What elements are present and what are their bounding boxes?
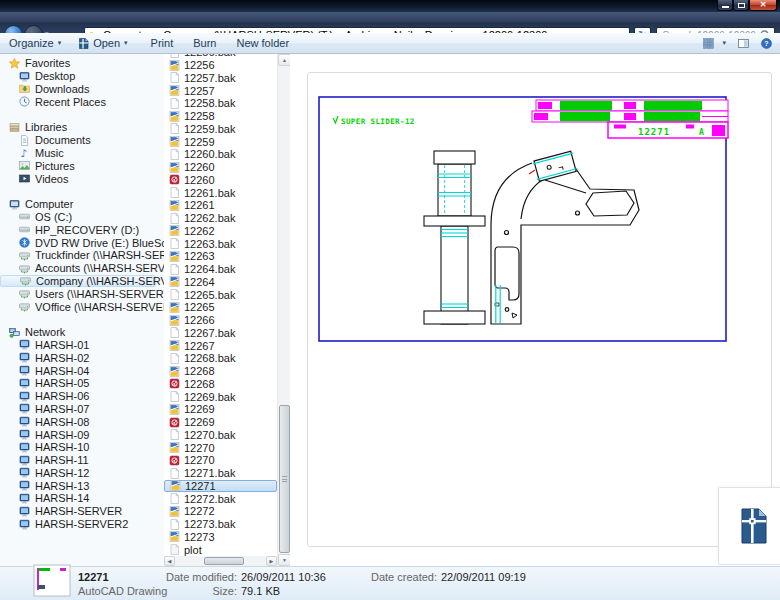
sidebar-item-voffice-harsh-server-v[interactable]: VOffice (\\HARSH-SERVER) (V:) xyxy=(0,300,164,313)
sidebar-item-label: HARSH-SERVER2 xyxy=(35,518,128,530)
libraries-icon xyxy=(9,122,20,133)
chevron-down-icon: ▾ xyxy=(58,39,62,47)
sidebar-item-harsh-09[interactable]: HARSH-09 xyxy=(0,428,164,441)
sidebar-item-harsh-07[interactable]: HARSH-07 xyxy=(0,403,164,416)
file-item-12270[interactable]: 12270 xyxy=(164,441,277,454)
file-item-12257-bak[interactable]: 12257.bak xyxy=(164,72,277,85)
sidebar-item-harsh-14[interactable]: HARSH-14 xyxy=(0,492,164,505)
sidebar-item-harsh-05[interactable]: HARSH-05 xyxy=(0,377,164,390)
file-item-12264[interactable]: 12264 xyxy=(164,276,277,289)
cad-part-bracket xyxy=(491,163,639,324)
file-item-12261[interactable]: 12261 xyxy=(164,199,277,212)
change-view-button[interactable]: ▾ xyxy=(703,38,726,49)
sidebar-item-company-harsh-server-t[interactable]: Company (\\HARSH-SERVER) (T:) xyxy=(0,275,156,288)
sidebar-item-harsh-12[interactable]: HARSH-12 xyxy=(0,467,164,480)
sidebar-item-accounts-harsh-server-s[interactable]: Accounts (\\HARSH-SERVER) (S:) xyxy=(0,262,164,275)
file-item-12267[interactable]: 12267 xyxy=(164,339,277,352)
file-item-12260[interactable]: 12260 xyxy=(164,161,277,174)
file-item-12273-bak[interactable]: 12273.bak xyxy=(164,518,277,531)
sidebar-item-dvd-rw-drive-e-bluesoleil-5-4-2[interactable]: DVD RW Drive (E:) BlueSoleil 5.4.2 xyxy=(0,236,164,249)
sidebar-item-harsh-11[interactable]: HARSH-11 xyxy=(0,454,164,467)
sidebar-item-harsh-02[interactable]: HARSH-02 xyxy=(0,351,164,364)
sidebar-group-favorites[interactable]: Favorites xyxy=(0,57,164,70)
sidebar-item-desktop[interactable]: Desktop xyxy=(0,70,164,83)
file-item-12268-plot[interactable]: 12268 xyxy=(164,378,277,391)
maximize-button[interactable] xyxy=(733,0,749,11)
scroll-left-button[interactable]: ◀ xyxy=(164,556,175,566)
sidebar-item-harsh-01[interactable]: HARSH-01 xyxy=(0,339,164,352)
file-item-12268-bak[interactable]: 12268.bak xyxy=(164,352,277,365)
file-item-12268[interactable]: 12268 xyxy=(164,365,277,378)
close-button[interactable]: ✕ xyxy=(749,0,777,11)
file-item-plot[interactable]: plot xyxy=(164,543,277,556)
file-list-vertical-scrollbar[interactable]: ▲ ▼ xyxy=(277,54,290,566)
file-item-12261-bak[interactable]: 12261.bak xyxy=(164,186,277,199)
file-item-12256[interactable]: 12256 xyxy=(164,59,277,72)
sidebar-item-harsh-server[interactable]: HARSH-SERVER xyxy=(0,505,164,518)
sidebar-group-libraries[interactable]: Libraries xyxy=(0,121,164,134)
file-item-12272-bak[interactable]: 12272.bak xyxy=(164,492,277,505)
command-bar: Organize▾ Open▾ Print Burn New folder ▾ xyxy=(0,33,780,54)
organize-button[interactable]: Organize▾ xyxy=(9,37,61,49)
file-item-12259[interactable]: 12259 xyxy=(164,135,277,148)
sidebar-item-harsh-10[interactable]: HARSH-10 xyxy=(0,441,164,454)
sidebar-group-network[interactable]: Network xyxy=(0,326,164,339)
file-item-12260-bak[interactable]: 12260.bak xyxy=(164,148,277,161)
file-item-12263-bak[interactable]: 12263.bak xyxy=(164,237,277,250)
sidebar-item-hp-recovery-d[interactable]: HP_RECOVERY (D:) xyxy=(0,223,164,236)
file-item-12272[interactable]: 12272 xyxy=(164,505,277,518)
vertical-scrollbar-thumb[interactable] xyxy=(279,405,290,553)
sidebar-item-videos[interactable]: Videos xyxy=(0,172,164,185)
file-item-12260-plot[interactable]: 12260 xyxy=(164,174,277,187)
file-item-12258[interactable]: 12258 xyxy=(164,110,277,123)
sidebar-item-label: HARSH-10 xyxy=(35,441,89,453)
sidebar-item-harsh-server2[interactable]: HARSH-SERVER2 xyxy=(0,518,164,531)
file-item-12262-bak[interactable]: 12262.bak xyxy=(164,212,277,225)
sidebar-item-harsh-13[interactable]: HARSH-13 xyxy=(0,479,164,492)
sidebar-item-os-c[interactable]: OS (C:) xyxy=(0,211,164,224)
file-item-12270-plot[interactable]: 12270 xyxy=(164,454,277,467)
sidebar-item-harsh-04[interactable]: HARSH-04 xyxy=(0,364,164,377)
bak-file-icon xyxy=(169,289,180,300)
file-item-12270-bak[interactable]: 12270.bak xyxy=(164,429,277,442)
new-folder-button[interactable]: New folder xyxy=(236,37,289,49)
sidebar-item-harsh-06[interactable]: HARSH-06 xyxy=(0,390,164,403)
file-item-12265-bak[interactable]: 12265.bak xyxy=(164,288,277,301)
open-button[interactable]: Open▾ xyxy=(78,37,127,49)
file-item-12269[interactable]: 12269 xyxy=(164,403,277,416)
sidebar-item-pictures[interactable]: Pictures xyxy=(0,159,164,172)
horizontal-scrollbar-thumb[interactable] xyxy=(204,557,244,565)
help-button[interactable]: ? xyxy=(761,38,772,49)
file-item-12258-bak[interactable]: 12258.bak xyxy=(164,97,277,110)
title-bar[interactable]: ✕ xyxy=(0,0,780,12)
file-item-12267-bak[interactable]: 12267.bak xyxy=(164,327,277,340)
sidebar-item-users-harsh-server-u[interactable]: Users (\\HARSH-SERVER) (U:) xyxy=(0,287,164,300)
sidebar-item-truckfinder-harsh-server2-q[interactable]: Truckfinder (\\HARSH-SERVER2) (Q:) xyxy=(0,249,164,262)
file-item-12269-plot[interactable]: 12269 xyxy=(164,416,277,429)
file-item-12269-bak[interactable]: 12269.bak xyxy=(164,390,277,403)
sidebar-item-documents[interactable]: Documents xyxy=(0,134,164,147)
file-item-12262[interactable]: 12262 xyxy=(164,225,277,238)
file-item-12264-bak[interactable]: 12264.bak xyxy=(164,263,277,276)
print-button[interactable]: Print xyxy=(151,37,174,49)
scroll-right-button[interactable]: ▶ xyxy=(266,556,277,566)
sidebar-item-recent-places[interactable]: Recent Places xyxy=(0,95,164,108)
file-item-12265[interactable]: 12265 xyxy=(164,301,277,314)
file-item-12257[interactable]: 12257 xyxy=(164,84,277,97)
preview-pane-button[interactable] xyxy=(738,38,749,49)
file-item-12271[interactable]: 12271 xyxy=(164,480,277,493)
video-icon xyxy=(19,173,30,184)
minimize-button[interactable] xyxy=(717,0,733,11)
sidebar-group-computer[interactable]: Computer xyxy=(0,198,164,211)
file-list-horizontal-scrollbar[interactable]: ◀ ▶ xyxy=(164,556,277,566)
file-item-12273[interactable]: 12273 xyxy=(164,531,277,544)
file-item-12263[interactable]: 12263 xyxy=(164,250,277,263)
sidebar-item-downloads[interactable]: Downloads xyxy=(0,83,164,96)
burn-button[interactable]: Burn xyxy=(193,37,216,49)
red-file-icon xyxy=(169,378,180,389)
sidebar-item-music[interactable]: ♪Music xyxy=(0,147,164,160)
file-item-12266[interactable]: 12266 xyxy=(164,314,277,327)
file-item-12259-bak[interactable]: 12259.bak xyxy=(164,123,277,136)
file-item-12271-bak[interactable]: 12271.bak xyxy=(164,467,277,480)
sidebar-item-harsh-08[interactable]: HARSH-08 xyxy=(0,415,164,428)
